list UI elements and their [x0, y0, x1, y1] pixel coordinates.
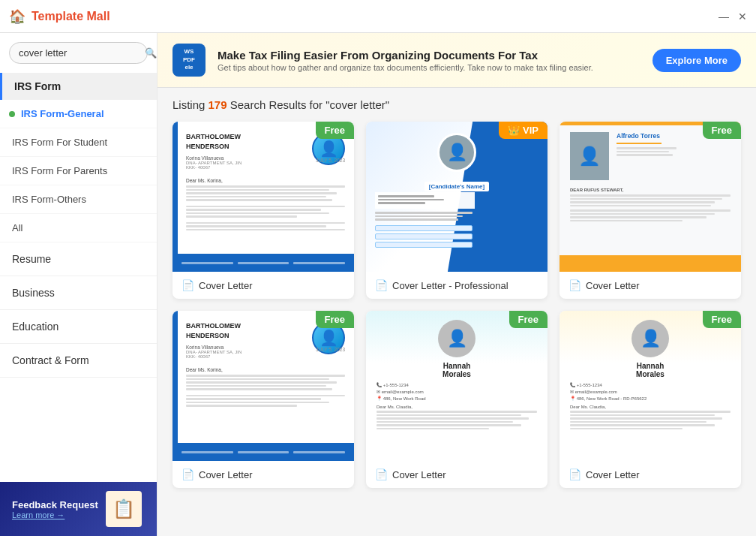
template-card-1[interactable]: BARTHOLOMEWHENDERSON 👤 Korina Villanueva…: [172, 122, 354, 299]
template-grid: BARTHOLOMEWHENDERSON 👤 Korina Villanueva…: [158, 122, 756, 503]
ad-banner: WSPDFele Make Tax Filing Easier From Org…: [158, 33, 756, 88]
card-preview-4: BARTHOLOMEWHENDERSON 👤 Korina Villanueva…: [172, 311, 354, 461]
results-header: Listing 179 Search Results for "cover le…: [158, 88, 756, 122]
card-footer-4: 📄 Cover Letter: [172, 461, 354, 488]
card-preview-6: 👤 Hannah Morales 📞 +1-555-1234 ✉ email@e…: [560, 311, 741, 461]
template-card-3[interactable]: 👤 Alfredo Torres DEAR RUFUS STEWART,: [560, 122, 741, 299]
template-card-6[interactable]: 👤 Hannah Morales 📞 +1-555-1234 ✉ email@e…: [560, 311, 741, 488]
doc-icon-1: 📄: [182, 279, 194, 291]
sidebar-item-business[interactable]: Business: [0, 276, 157, 310]
app-title: Template Mall: [32, 10, 110, 23]
ad-logo: WSPDFele: [172, 44, 206, 77]
template-card-4[interactable]: BARTHOLOMEWHENDERSON 👤 Korina Villanueva…: [172, 311, 354, 488]
doc-icon-4: 📄: [182, 468, 194, 480]
feedback-title: Feedback Request: [12, 499, 98, 510]
search-input[interactable]: [19, 47, 145, 59]
doc-icon-2: 📄: [375, 279, 388, 291]
badge-free-4: Free: [316, 311, 354, 328]
badge-free-3: Free: [703, 122, 741, 139]
sidebar-item-irs-others[interactable]: IRS Form-Others: [0, 185, 157, 214]
home-icon[interactable]: 🏠: [9, 8, 26, 25]
card-title-2: Cover Letter - Professional: [392, 280, 508, 291]
doc-icon-3: 📄: [568, 279, 581, 291]
card-preview-3: 👤 Alfredo Torres DEAR RUFUS STEWART,: [560, 122, 741, 272]
badge-free-5: Free: [509, 311, 548, 328]
card-preview-2: 👤 [Candidate's Name]: [366, 122, 548, 272]
sidebar-item-resume[interactable]: Resume: [0, 242, 157, 276]
doc-icon-5: 📄: [375, 468, 388, 480]
card-preview-5: 👤 Hannah Morales 📞 +1-555-1234 ✉ email@e…: [366, 311, 548, 461]
card-footer-2: 📄 Cover Letter - Professional: [366, 272, 548, 299]
card-footer-1: 📄 Cover Letter: [172, 272, 354, 299]
feedback-link[interactable]: Learn more →: [12, 510, 98, 519]
minimize-button[interactable]: —: [718, 11, 729, 23]
card-footer-5: 📄 Cover Letter: [366, 461, 548, 488]
card-footer-6: 📄 Cover Letter: [560, 461, 741, 488]
content-area: WSPDFele Make Tax Filing Easier From Org…: [158, 33, 756, 536]
window-controls: — ✕: [718, 11, 747, 23]
search-box[interactable]: 🔍: [9, 42, 148, 64]
ad-title: Make Tax Filing Easier From Organizing D…: [218, 49, 640, 62]
title-bar-left: 🏠 Template Mall: [9, 8, 110, 25]
sidebar-item-contract-form[interactable]: Contract & Form: [0, 344, 157, 378]
badge-free-1: Free: [316, 122, 354, 139]
card-title-3: Cover Letter: [586, 280, 640, 291]
sidebar-item-irs-parents[interactable]: IRS Form For Parents: [0, 157, 157, 185]
ad-text: Make Tax Filing Easier From Organizing D…: [218, 49, 640, 72]
card-preview-1: BARTHOLOMEWHENDERSON 👤 Korina Villanueva…: [172, 122, 354, 272]
template-card-2[interactable]: 👤 [Candidate's Name]: [366, 122, 548, 299]
card-footer-3: 📄 Cover Letter: [560, 272, 741, 299]
ad-subtitle: Get tips about how to gather and organiz…: [218, 63, 640, 72]
explore-more-button[interactable]: Explore More: [652, 49, 741, 72]
search-icon[interactable]: 🔍: [145, 47, 157, 59]
active-indicator: [9, 111, 15, 117]
card-title-4: Cover Letter: [199, 469, 253, 480]
badge-free-6: Free: [703, 311, 741, 328]
sidebar-item-education[interactable]: Education: [0, 310, 157, 344]
badge-vip-2: 👑 VIP: [499, 122, 548, 139]
card-title-5: Cover Letter: [392, 469, 446, 480]
sidebar: 🔍 IRS Form IRS Form-General IRS Form For…: [0, 33, 158, 536]
sidebar-item-irs-student[interactable]: IRS Form For Student: [0, 128, 157, 157]
main-layout: 🔍 IRS Form IRS Form-General IRS Form For…: [0, 33, 756, 536]
card-title-6: Cover Letter: [586, 469, 640, 480]
feedback-banner[interactable]: Feedback Request Learn more → 📋: [0, 482, 157, 536]
sidebar-section-irs[interactable]: IRS Form: [0, 73, 157, 100]
card-title-1: Cover Letter: [199, 280, 253, 291]
template-card-5[interactable]: 👤 Hannah Morales 📞 +1-555-1234 ✉ email@e…: [366, 311, 548, 488]
sidebar-item-all[interactable]: All: [0, 214, 157, 242]
title-bar: 🏠 Template Mall — ✕: [0, 0, 756, 33]
feedback-survey-icon: 📋: [106, 491, 142, 527]
sidebar-item-irs-general[interactable]: IRS Form-General: [0, 100, 157, 128]
doc-icon-6: 📄: [568, 468, 581, 480]
close-button[interactable]: ✕: [738, 11, 747, 23]
